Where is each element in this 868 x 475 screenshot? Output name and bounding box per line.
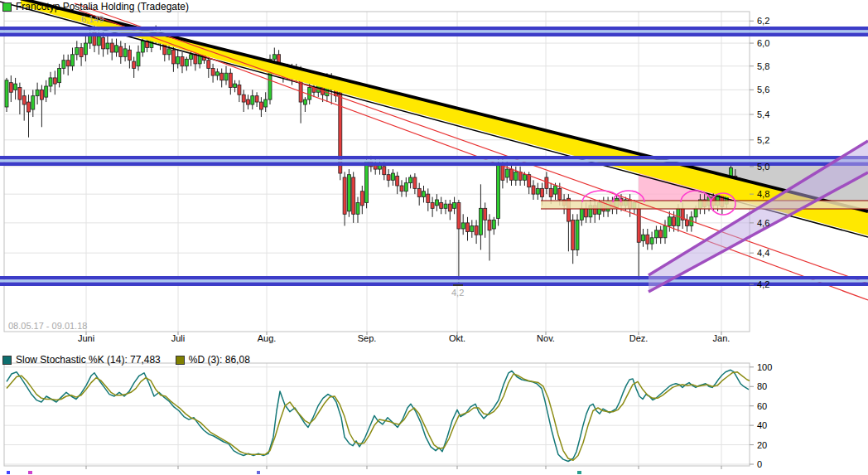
stoch-axis-label: 40 <box>757 420 767 430</box>
candle-body <box>167 49 171 55</box>
candle-body <box>461 223 465 229</box>
stoch-plot-border <box>4 363 750 466</box>
candle-body <box>171 50 175 64</box>
candle-body <box>475 225 478 235</box>
candle-body <box>453 202 456 208</box>
candle-body <box>49 78 52 86</box>
candle-body <box>422 191 426 197</box>
month-axis-label: Nov. <box>537 333 555 343</box>
candle-body <box>585 208 588 216</box>
candle-body <box>303 99 306 104</box>
blue-band-stripe <box>0 160 868 162</box>
candle-body <box>45 86 48 97</box>
candle-body <box>505 169 509 177</box>
price-axis-label: 5,8 <box>757 61 769 71</box>
candle-body <box>234 84 237 87</box>
candle-body <box>141 41 144 52</box>
price-axis-label: 5,4 <box>757 109 769 119</box>
candle-body <box>259 102 263 109</box>
candle-body <box>528 175 531 187</box>
candle-body <box>18 87 22 99</box>
candle-body <box>514 172 518 180</box>
trendline-value-label: 6,149 <box>81 14 104 24</box>
month-axis-label: Okt. <box>449 333 465 343</box>
price-axis-label: 6,0 <box>757 38 769 48</box>
stoch-axis-label: 100 <box>757 362 772 372</box>
candle-body <box>308 87 311 99</box>
candle-body <box>14 84 17 90</box>
candle-body <box>181 57 184 66</box>
candle-body <box>510 169 514 180</box>
candle-body <box>343 177 346 214</box>
candle-body <box>391 173 394 180</box>
price-axis-label: 4,2 <box>757 279 769 289</box>
candle-body <box>466 223 470 232</box>
candle-body <box>427 194 430 202</box>
candle-body <box>272 55 276 60</box>
candle-body <box>545 177 548 188</box>
bottom-edge-artifact <box>577 471 581 474</box>
price-axis-label: 6,2 <box>757 16 769 26</box>
candle-body <box>431 202 434 208</box>
price-axis-label: 5,0 <box>757 162 769 172</box>
candle-body <box>62 61 65 69</box>
month-axis-label: Juni <box>78 333 94 343</box>
price-axis-label: 5,2 <box>757 135 769 145</box>
candle-body <box>417 188 421 196</box>
candle-body <box>97 36 100 46</box>
bottom-edge-artifact <box>257 471 260 474</box>
stochastic-d-line <box>7 372 750 461</box>
red-trendline <box>75 3 868 284</box>
candle-body <box>347 175 350 211</box>
blue-band-stripe <box>0 33 868 37</box>
month-axis-label: Aug. <box>258 333 277 343</box>
candle-body <box>365 161 369 202</box>
month-axis-label: Jan. <box>713 333 731 343</box>
candle-body <box>133 61 136 68</box>
candle-body <box>5 80 8 107</box>
candle-body <box>637 208 640 242</box>
candle-body <box>53 78 56 84</box>
candle-body <box>383 167 386 175</box>
price-axis-label: 4,6 <box>757 218 769 228</box>
candle-body <box>580 208 583 220</box>
chart-canvas[interactable]: 6,26,05,85,65,45,25,04,84,64,44,21008060… <box>0 0 868 475</box>
bottom-edge-artifact <box>28 471 32 474</box>
candle-body <box>80 48 83 57</box>
candle-body <box>523 175 526 181</box>
candle-body <box>541 188 544 196</box>
candle-body <box>40 90 43 99</box>
candle-body <box>659 230 663 238</box>
candle-body <box>123 49 127 57</box>
blue-band-stripe <box>0 156 868 160</box>
candle-body <box>84 43 87 55</box>
candle-body <box>694 208 697 216</box>
candle-body <box>9 83 12 93</box>
candle-body <box>642 235 645 240</box>
candle-body <box>115 46 118 52</box>
candle-body <box>673 217 676 226</box>
candle-body <box>448 204 451 211</box>
candle-body <box>102 37 105 49</box>
candle-body <box>571 220 575 250</box>
blue-band-stripe <box>0 283 868 287</box>
candle-body <box>137 52 140 66</box>
candle-body <box>247 99 250 104</box>
candle-body <box>536 188 539 194</box>
candle-body <box>352 177 355 214</box>
blue-band-stripe <box>0 27 868 31</box>
candle-body <box>211 69 215 76</box>
candle-body <box>238 85 241 95</box>
candle-body <box>479 208 482 235</box>
stoch-axis-label: 20 <box>757 440 767 450</box>
blue-band-stripe <box>0 31 868 33</box>
candle-body <box>686 220 689 225</box>
candle-body <box>207 61 210 69</box>
candle-body <box>668 217 671 226</box>
candle-body <box>413 177 417 188</box>
candle-body <box>654 230 658 238</box>
stoch-axis-label: 60 <box>757 401 767 411</box>
candle-body <box>36 90 39 95</box>
candle-body <box>22 96 26 104</box>
candle-body <box>470 225 474 231</box>
